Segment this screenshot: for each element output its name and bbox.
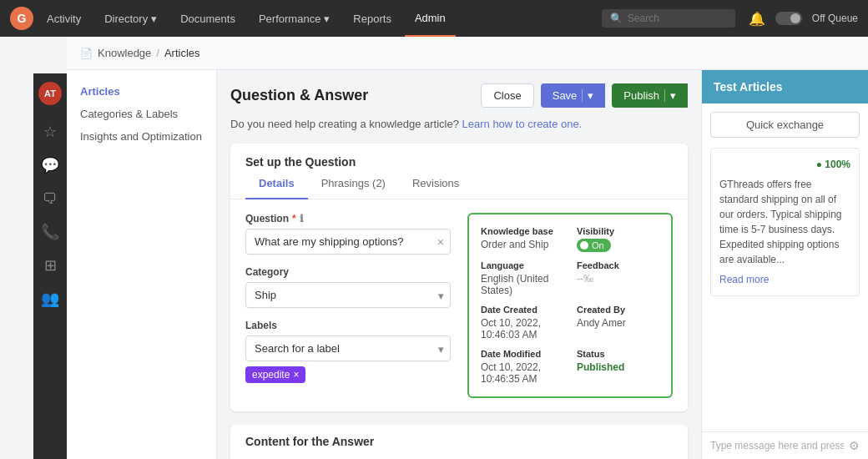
search-bar: 🔍 xyxy=(602,9,735,28)
status-label: Off Queue xyxy=(812,13,858,24)
nav-admin[interactable]: Admin xyxy=(405,0,456,37)
nav-reports[interactable]: Reports xyxy=(343,0,401,37)
nav-performance[interactable]: Performance ▾ xyxy=(249,0,340,37)
search-input[interactable] xyxy=(628,13,727,24)
status-toggle[interactable] xyxy=(775,12,802,25)
search-icon: 🔍 xyxy=(610,13,623,24)
top-nav: G Activity Directory ▾ Documents Perform… xyxy=(0,0,868,37)
top-nav-right: 🔔 Off Queue xyxy=(749,11,858,27)
nav-directory[interactable]: Directory ▾ xyxy=(94,0,167,37)
nav-activity[interactable]: Activity xyxy=(37,0,91,37)
chevron-down-icon: ▾ xyxy=(324,13,330,25)
nav-documents[interactable]: Documents xyxy=(170,0,245,37)
logo-icon[interactable]: G xyxy=(10,7,33,30)
chevron-down-icon: ▾ xyxy=(151,13,157,25)
bell-icon[interactable]: 🔔 xyxy=(749,11,765,27)
